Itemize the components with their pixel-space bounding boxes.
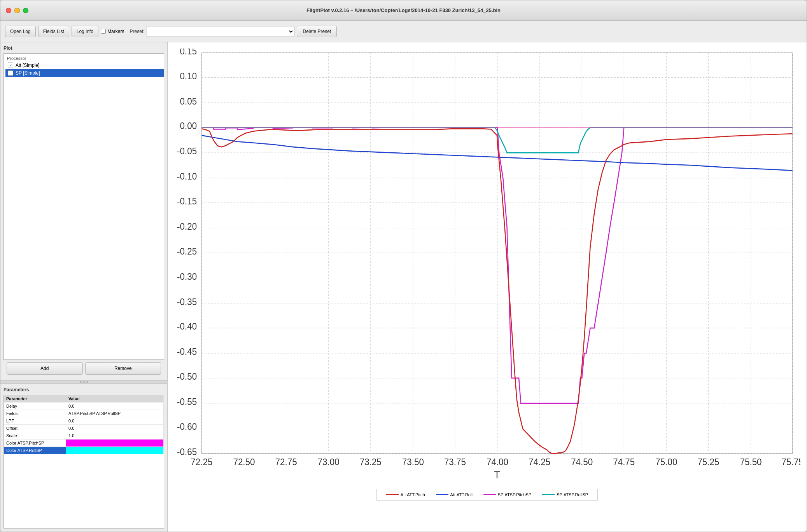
delete-preset-button[interactable]: Delete Preset xyxy=(297,26,337,37)
lpf-param: LPF xyxy=(4,417,66,424)
svg-text:-0.20: -0.20 xyxy=(177,222,197,232)
svg-text:-0.15: -0.15 xyxy=(177,196,197,207)
svg-text:-0.25: -0.25 xyxy=(177,246,197,256)
window-title: FlightPlot v.0.2.16 – /Users/ton/Copter/… xyxy=(306,7,501,13)
plot-item-sp[interactable]: SP [Simple] xyxy=(5,69,164,77)
chart-legend: Att:ATT.Pitch Att:ATT.Roll SP:ATSP.Pitch… xyxy=(376,489,598,501)
legend-item-pitchsp: SP:ATSP.PitchSP xyxy=(483,492,531,497)
plot-section-label: Plot xyxy=(4,45,164,51)
svg-text:72.25: 72.25 xyxy=(191,457,212,467)
offset-value: 0.0 xyxy=(66,425,164,432)
scale-value: 1.0 xyxy=(66,432,164,439)
svg-text:-0.40: -0.40 xyxy=(177,321,197,332)
sp-item-label: SP [Simple] xyxy=(16,70,40,76)
window-controls xyxy=(6,8,28,13)
color-rollsp-param: Color ATSP.RollSP xyxy=(4,447,66,454)
plot-section: Plot Processor Att [Simple] SP [Simple] xyxy=(0,42,167,380)
svg-text:74.75: 74.75 xyxy=(613,457,635,467)
param-col-header: Parameter xyxy=(4,395,66,402)
lpf-row: LPF 0.0 xyxy=(4,417,164,425)
svg-text:72.75: 72.75 xyxy=(275,457,297,467)
svg-text:-0.35: -0.35 xyxy=(177,297,197,307)
svg-text:73.25: 73.25 xyxy=(360,457,382,467)
log-info-button[interactable]: Log Info xyxy=(72,26,98,37)
add-button[interactable]: Add xyxy=(7,362,83,375)
maximize-button[interactable] xyxy=(23,8,28,13)
svg-text:-0.65: -0.65 xyxy=(177,447,197,457)
chart-container: .grid-line { stroke: #cccccc; stroke-wid… xyxy=(174,49,800,483)
left-panel: Plot Processor Att [Simple] SP [Simple] xyxy=(0,42,168,532)
legend-label-pitch: Att:ATT.Pitch xyxy=(401,492,425,497)
svg-text:-0.30: -0.30 xyxy=(177,271,197,282)
parameters-label: Parameters xyxy=(4,387,164,392)
main-content: Plot Processor Att [Simple] SP [Simple] xyxy=(0,42,807,532)
lpf-value: 0.0 xyxy=(66,417,164,424)
fields-param: Fields xyxy=(4,410,66,417)
markers-label: Markers xyxy=(107,29,124,34)
fields-row: Fields ATSP.PitchSP ATSP.RollSP xyxy=(4,410,164,417)
svg-text:0.15: 0.15 xyxy=(180,49,197,56)
svg-text:-0.10: -0.10 xyxy=(177,171,197,182)
params-header: Parameter Value xyxy=(4,395,164,403)
color-pitchsp-row[interactable]: Color ATSP.PitchSP xyxy=(4,440,164,447)
close-button[interactable] xyxy=(6,8,11,13)
legend-item-pitch: Att:ATT.Pitch xyxy=(386,492,425,497)
processor-column-label: Processor xyxy=(5,55,164,61)
legend-line-pitch xyxy=(386,494,399,495)
parameters-section: Parameters Parameter Value Delay 0.0 Fie… xyxy=(0,384,167,532)
svg-text:0.00: 0.00 xyxy=(180,121,197,131)
legend-label-rollsp: SP:ATSP.RollSP xyxy=(557,492,588,497)
svg-text:-0.50: -0.50 xyxy=(177,372,197,382)
value-col-header: Value xyxy=(66,395,164,402)
svg-text:75.50: 75.50 xyxy=(740,457,761,467)
color-rollsp-value[interactable] xyxy=(66,447,164,454)
parameters-table: Parameter Value Delay 0.0 Fields ATSP.Pi… xyxy=(4,395,164,529)
fields-value: ATSP.PitchSP ATSP.RollSP xyxy=(66,410,164,417)
svg-text:73.75: 73.75 xyxy=(444,457,466,467)
svg-text:-0.45: -0.45 xyxy=(177,347,197,357)
remove-button[interactable]: Remove xyxy=(85,362,161,375)
svg-text:-0.05: -0.05 xyxy=(177,146,197,157)
offset-row: Offset 0.0 xyxy=(4,425,164,432)
preset-select[interactable] xyxy=(147,26,294,37)
svg-text:0.05: 0.05 xyxy=(180,96,197,106)
chart-svg: .grid-line { stroke: #cccccc; stroke-wid… xyxy=(174,49,800,483)
legend-line-rollsp xyxy=(542,494,555,495)
svg-text:73.00: 73.00 xyxy=(318,457,340,467)
markers-control: Markers xyxy=(101,29,124,34)
svg-text:74.00: 74.00 xyxy=(487,457,508,467)
svg-text:75.00: 75.00 xyxy=(655,457,677,467)
svg-text:72.50: 72.50 xyxy=(233,457,255,467)
svg-text:0.10: 0.10 xyxy=(180,71,197,81)
color-rollsp-row[interactable]: Color ATSP.RollSP xyxy=(4,447,164,454)
legend-item-rollsp: SP:ATSP.RollSP xyxy=(542,492,588,497)
sp-checkbox[interactable] xyxy=(8,70,13,76)
markers-checkbox[interactable] xyxy=(101,29,106,34)
chart-area: .grid-line { stroke: #cccccc; stroke-wid… xyxy=(168,42,807,532)
svg-rect-0 xyxy=(201,53,792,454)
legend-line-pitchsp xyxy=(483,494,496,495)
open-log-button[interactable]: Open Log xyxy=(5,26,36,37)
delay-value: 0.0 xyxy=(66,403,164,410)
svg-text:75.75: 75.75 xyxy=(782,457,800,467)
preset-label: Preset: xyxy=(130,29,144,34)
toolbar: Open Log Fields List Log Info Markers Pr… xyxy=(0,21,807,42)
att-checkbox[interactable] xyxy=(8,63,13,68)
delay-row: Delay 0.0 xyxy=(4,403,164,410)
legend-line-roll xyxy=(436,494,448,495)
plot-list-box: Processor Att [Simple] SP [Simple] xyxy=(4,53,164,360)
legend-item-roll: Att:ATT.Roll xyxy=(436,492,473,497)
minimize-button[interactable] xyxy=(14,8,20,13)
scale-row: Scale 1.0 xyxy=(4,432,164,440)
svg-text:T: T xyxy=(494,469,500,481)
fields-list-button[interactable]: Fields List xyxy=(38,26,69,37)
svg-text:-0.55: -0.55 xyxy=(177,397,197,407)
svg-text:74.50: 74.50 xyxy=(571,457,593,467)
att-item-label: Att [Simple] xyxy=(16,63,39,68)
plot-item-att[interactable]: Att [Simple] xyxy=(5,61,164,69)
app-window: FlightPlot v.0.2.16 – /Users/ton/Copter/… xyxy=(0,0,807,532)
color-pitchsp-value[interactable] xyxy=(66,440,164,447)
title-bar: FlightPlot v.0.2.16 – /Users/ton/Copter/… xyxy=(0,0,807,21)
svg-text:74.25: 74.25 xyxy=(529,457,550,467)
resize-handle[interactable] xyxy=(0,380,167,384)
